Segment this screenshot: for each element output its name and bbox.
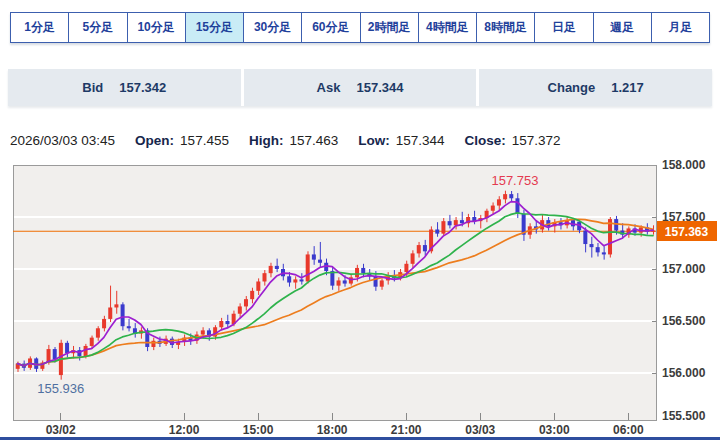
x-axis-label: 21:00: [391, 423, 422, 437]
candle-body: [250, 291, 254, 299]
candle-body: [602, 252, 606, 254]
candle-body: [263, 273, 267, 281]
candle-body: [515, 198, 519, 214]
candle-body: [269, 266, 273, 273]
candle-body: [417, 245, 421, 253]
candle-body: [256, 281, 260, 290]
candle-body: [287, 276, 291, 282]
candle-body: [411, 253, 415, 263]
candlestick-chart[interactable]: 158.000157.500157.000156.500156.000155.5…: [0, 0, 720, 440]
x-axis-label: 15:00: [243, 423, 274, 437]
candle-body: [219, 321, 223, 327]
candle-body: [503, 194, 507, 199]
candle-body: [423, 245, 427, 251]
candle-body: [238, 306, 242, 313]
candle-body: [374, 276, 378, 286]
candle-body: [201, 330, 205, 334]
candle-body: [65, 343, 69, 353]
candle-body: [127, 326, 131, 328]
x-axis-label: 12:00: [169, 423, 200, 437]
candle-body: [114, 304, 118, 307]
candle-body: [404, 264, 408, 272]
candle-body: [435, 229, 439, 233]
candle-body: [509, 194, 513, 198]
candle-body: [151, 341, 155, 347]
candle-body: [96, 328, 100, 337]
candle-body: [460, 220, 464, 223]
candle-body: [306, 254, 310, 281]
candle-body: [380, 280, 384, 286]
low-label: 155.936: [37, 381, 84, 396]
candle-body: [441, 221, 445, 233]
y-axis-label: 157.000: [662, 262, 706, 276]
candle-body: [244, 299, 248, 306]
candle-body: [583, 231, 587, 245]
candle-body: [312, 254, 316, 259]
x-axis-label: 18:00: [317, 423, 348, 437]
candle-body: [491, 206, 495, 211]
candle-body: [343, 280, 347, 283]
y-axis-label: 158.000: [662, 158, 706, 172]
x-axis-label: 03:00: [539, 423, 570, 437]
candle-body: [361, 268, 365, 273]
x-axis-label: 03/02: [46, 423, 76, 437]
candle-body: [53, 349, 57, 359]
candle-body: [590, 244, 594, 247]
candle-body: [596, 247, 600, 252]
plot-area[interactable]: [13, 165, 656, 420]
candle-body: [355, 268, 359, 277]
y-axis-label: 156.000: [662, 366, 706, 380]
candle-body: [108, 307, 112, 318]
candle-body: [448, 221, 452, 225]
candle-body: [275, 266, 279, 269]
candle-body: [225, 321, 229, 324]
current-price-value: 157.363: [665, 225, 709, 239]
y-axis-label: 156.500: [662, 314, 706, 328]
candle-body: [497, 199, 501, 205]
x-axis-label: 06:00: [613, 423, 644, 437]
candle-body: [614, 219, 618, 230]
y-axis-label: 155.500: [662, 409, 706, 423]
candle-body: [337, 280, 341, 285]
candle-body: [293, 279, 297, 282]
candle-body: [318, 260, 322, 263]
candle-body: [608, 219, 612, 254]
candle-body: [454, 220, 458, 225]
candle-body: [90, 338, 94, 346]
candle-body: [102, 319, 106, 328]
candle-body: [300, 279, 304, 281]
high-label: 157.753: [491, 173, 538, 188]
x-axis-label: 03/03: [465, 423, 495, 437]
candle-body: [121, 304, 125, 326]
